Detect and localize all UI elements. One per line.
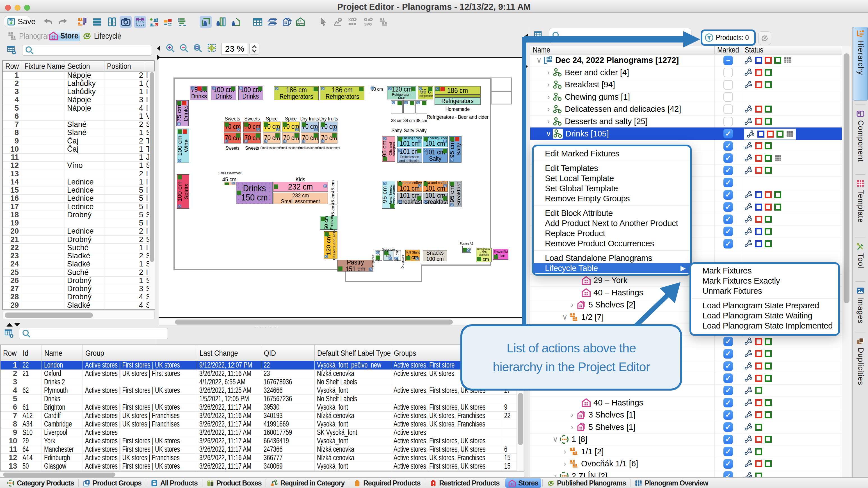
annotation-arrows [0,0,868,488]
annotation-callout: List of actions above the hierarchy in t… [460,324,682,391]
callout-line1: List of actions above the [507,339,636,358]
callout-line2: hierarchy in the Project Editor [493,358,650,376]
